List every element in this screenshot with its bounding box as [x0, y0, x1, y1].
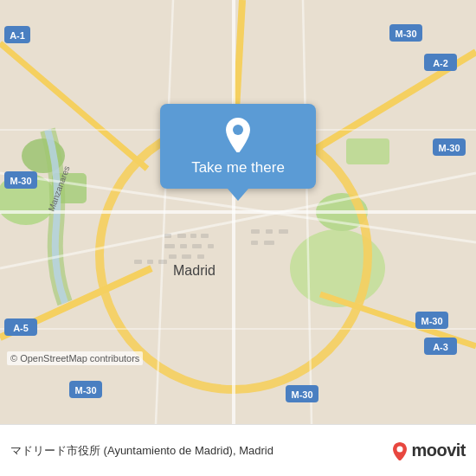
- bottom-bar: マドリード市役所 (Ayuntamiento de Madrid), Madri…: [0, 424, 476, 476]
- svg-rect-39: [158, 260, 167, 264]
- map-container: M-30 M-30 M-30 M-30 M-30 M-30 A-2 A-3 A-…: [0, 0, 476, 424]
- svg-text:A-2: A-2: [433, 58, 448, 68]
- svg-text:A-5: A-5: [13, 323, 29, 333]
- svg-text:M-30: M-30: [291, 389, 312, 400]
- svg-point-63: [397, 446, 403, 452]
- svg-text:A-1: A-1: [10, 30, 25, 41]
- svg-rect-33: [266, 229, 273, 234]
- popup-tail: [228, 189, 248, 201]
- svg-rect-24: [201, 234, 209, 238]
- svg-rect-35: [251, 241, 258, 245]
- svg-text:M-30: M-30: [421, 316, 442, 326]
- svg-rect-38: [147, 260, 153, 264]
- svg-rect-26: [180, 244, 187, 248]
- svg-rect-22: [177, 234, 186, 238]
- svg-rect-6: [346, 138, 389, 164]
- moovit-brand-text: moovit: [411, 441, 466, 460]
- svg-rect-31: [197, 254, 204, 259]
- svg-rect-21: [164, 234, 171, 238]
- svg-text:Madrid: Madrid: [173, 263, 215, 278]
- location-name: マドリード市役所 (Ayuntamiento de Madrid), Madri…: [10, 443, 387, 459]
- svg-text:A-3: A-3: [433, 342, 448, 352]
- svg-rect-34: [279, 229, 288, 234]
- svg-rect-37: [134, 260, 142, 264]
- svg-rect-28: [208, 244, 214, 248]
- moovit-logo: moovit: [392, 441, 466, 460]
- moovit-pin-icon: [392, 441, 408, 460]
- svg-rect-32: [251, 229, 260, 234]
- svg-rect-27: [192, 244, 202, 248]
- svg-point-62: [233, 125, 243, 135]
- svg-text:M-30: M-30: [438, 143, 460, 153]
- svg-rect-29: [169, 254, 177, 259]
- svg-rect-36: [264, 241, 274, 245]
- svg-text:M-30: M-30: [395, 29, 416, 39]
- svg-rect-25: [164, 244, 175, 248]
- svg-text:M-30: M-30: [10, 176, 31, 186]
- svg-rect-30: [182, 254, 191, 259]
- take-me-there-button[interactable]: Take me there: [160, 104, 316, 189]
- svg-rect-23: [190, 234, 196, 238]
- popup-label: Take me there: [191, 159, 285, 177]
- svg-text:M-30: M-30: [74, 385, 96, 396]
- osm-credit: © OpenStreetMap contributors: [7, 351, 143, 365]
- location-pin-icon: [222, 116, 254, 152]
- popup-container[interactable]: Take me there: [160, 104, 316, 201]
